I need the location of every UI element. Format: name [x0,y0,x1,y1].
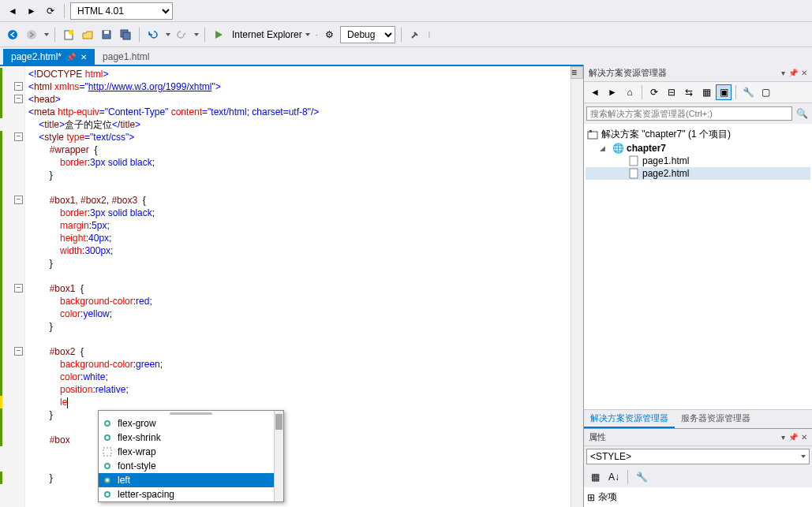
nav-back-icon[interactable]: ◄ [5,3,21,19]
intellisense-item[interactable]: font-style [99,459,283,473]
project-node[interactable]: ◢ 🌐 chapter7 [586,142,810,155]
code-line[interactable]: #box2 { [28,345,567,358]
nav-fwd-icon[interactable]: ► [24,3,39,19]
code-line[interactable]: border:3px solid black; [28,207,567,219]
intellisense-item[interactable]: left [99,473,283,487]
chevron-down-icon[interactable] [194,33,199,36]
code-line[interactable]: <!DOCTYPE html> [28,68,567,80]
fold-toggle-icon[interactable]: − [14,82,23,91]
fold-toggle-icon[interactable]: − [14,132,23,141]
browser-select[interactable]: Internet Explorer [230,29,312,40]
code-line[interactable]: <head> [28,93,567,106]
code-line[interactable]: #wrapper { [28,144,567,156]
properties-header[interactable]: 属性 ▾ 📌 ✕ [584,429,812,446]
undo-icon[interactable] [145,27,161,43]
fold-toggle-icon[interactable]: − [14,95,23,103]
chevron-down-icon[interactable] [44,33,49,36]
wrench-icon[interactable]: 🔧 [634,469,649,485]
code-line[interactable] [28,270,567,282]
intellisense-item[interactable]: flex-wrap [99,445,283,459]
code-line[interactable]: #box1 { [28,282,567,295]
pin-icon[interactable]: 📌 [66,53,76,62]
intellisense-item[interactable]: flex-shrink [99,431,283,445]
home-icon[interactable]: ⌂ [622,84,638,100]
chevron-down-icon[interactable] [166,33,170,36]
panel-menu-icon[interactable]: ▾ [781,433,785,442]
view-icon[interactable]: ▢ [758,84,773,100]
close-icon[interactable]: ✕ [801,433,807,442]
code-line[interactable]: } [28,169,567,181]
file-node-page2[interactable]: page2.html [586,167,810,180]
alphabetical-icon[interactable]: A↓ [606,469,622,485]
code-line[interactable] [28,333,567,345]
code-line[interactable]: background-color:red; [28,295,567,308]
properties-selector[interactable]: <STYLE> [586,449,810,464]
code-line[interactable]: <html xmlns="http://www.w3.org/1999/xhtm… [28,80,567,93]
fwd-circle-icon[interactable] [24,27,39,43]
pin-icon[interactable]: 📌 [788,69,798,77]
collapse-icon[interactable]: ⊟ [664,84,679,100]
save-all-icon[interactable] [118,27,133,43]
intellisense-scrollbar[interactable] [274,411,283,501]
tool-icon[interactable] [407,27,423,43]
pin-icon[interactable]: 📌 [788,433,798,442]
preview-icon[interactable]: ▣ [716,84,732,100]
solution-tree[interactable]: 解决方案 "chapter7" (1 个项目) ◢ 🌐 chapter7 pag… [584,124,812,409]
intellisense-list[interactable]: flex-growflex-shrinkflex-wrapfont-stylel… [99,416,283,501]
solution-node[interactable]: 解决方案 "chapter7" (1 个项目) [586,127,810,142]
search-icon[interactable]: 🔍 [794,106,810,121]
code-line[interactable]: background-color:green; [28,358,567,371]
file-node-page1[interactable]: page1.html [586,155,810,167]
code-line[interactable]: margin:5px; [28,219,567,232]
code-line[interactable]: <title>盒子的定位</title> [28,118,567,131]
vertical-scrollbar[interactable]: ≡ [571,66,583,507]
config-select[interactable]: Debug [340,26,395,43]
collapse-icon[interactable]: ◢ [600,144,609,152]
drag-handle-icon[interactable] [170,412,212,415]
fold-toggle-icon[interactable]: − [14,196,23,204]
doctype-select[interactable]: HTML 4.01 [70,2,173,20]
refresh-icon[interactable]: ⟳ [43,3,58,19]
code-line[interactable]: } [28,320,567,333]
categorized-icon[interactable]: ▦ [587,469,603,485]
code-line[interactable]: width:300px; [28,244,567,257]
code-line[interactable]: height:40px; [28,232,567,244]
search-input[interactable] [586,106,792,121]
expand-icon[interactable]: ⊞ [587,492,595,503]
code-line[interactable]: le [28,396,567,408]
code-line[interactable]: border:3px solid black; [28,156,567,169]
split-handle-icon[interactable]: ≡ [571,66,583,79]
intellisense-item[interactable]: letter-spacing [99,487,283,501]
tab-solution-explorer[interactable]: 解决方案资源管理器 [584,410,675,428]
properties-icon[interactable]: 🔧 [740,84,756,100]
properties-grid[interactable]: ⊞ 杂项 [584,487,812,507]
tab-page1[interactable]: page1.html [95,49,157,65]
fold-toggle-icon[interactable]: − [14,284,23,293]
close-icon[interactable]: ✕ [801,69,807,77]
code-line[interactable]: color:yellow; [28,308,567,320]
open-file-icon[interactable] [80,27,95,43]
code-line[interactable]: <style type="text/css"> [28,131,567,144]
tab-page2[interactable]: page2.html* 📌 ✕ [3,49,95,65]
code-line[interactable]: } [28,257,567,270]
refresh-icon[interactable]: ⟳ [646,84,662,100]
code-editor[interactable]: −−−−−− <!DOCTYPE html><html xmlns="http:… [0,65,583,507]
redo-icon[interactable] [174,27,189,43]
back-icon[interactable]: ◄ [587,84,603,100]
code-line[interactable]: <meta http-equiv="Content-Type" content=… [28,106,567,118]
property-category[interactable]: ⊞ 杂项 [587,489,809,505]
sync-icon[interactable]: ⇆ [681,84,697,100]
tab-server-explorer[interactable]: 服务器资源管理器 [675,410,757,428]
code-line[interactable]: color:white; [28,371,567,383]
intellisense-item[interactable]: flex-grow [99,416,283,431]
editor-gutter[interactable]: −−−−−− [0,66,25,507]
code-line[interactable]: position:relative; [28,383,567,396]
fwd-icon[interactable]: ► [604,84,620,100]
config-icon[interactable]: ⚙ [321,27,337,43]
panel-menu-icon[interactable]: ▾ [781,69,785,77]
code-line[interactable]: #box1, #box2, #box3 { [28,194,567,207]
code-line[interactable] [28,181,567,194]
new-file-icon[interactable] [61,27,77,43]
show-all-icon[interactable]: ▦ [698,84,714,100]
run-icon[interactable] [211,27,226,43]
